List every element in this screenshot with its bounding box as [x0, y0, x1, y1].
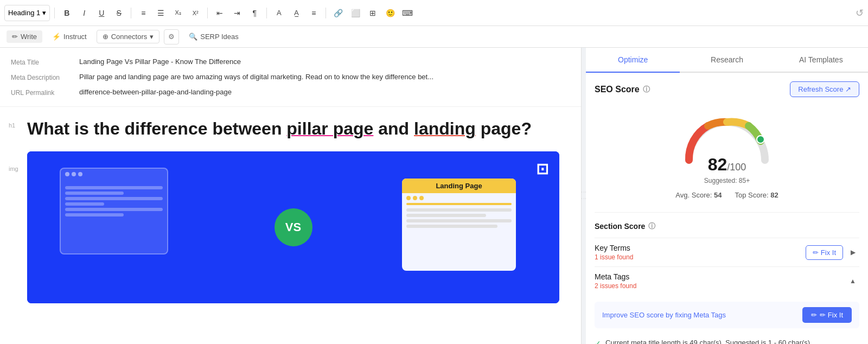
meta-url-value[interactable]: difference-between-pillar-page-and-landi… [79, 88, 570, 96]
fix-it-icon: ✏ [811, 311, 817, 319]
meta-url-label: URL Permalink [11, 88, 71, 97]
ydot3 [419, 196, 424, 200]
improve-text: Improve SEO score by fixing Meta Tags [602, 311, 726, 319]
right-panel: Optimize Research AI Templates SEO Score… [586, 48, 868, 344]
line1 [65, 186, 163, 189]
seo-score-title-text: SEO Score [595, 85, 640, 94]
dot1 [65, 172, 69, 176]
img-label: img [9, 165, 18, 172]
gauge-container: 82/100 Suggested: 85+ Avg. Score: 54 Top… [595, 106, 859, 208]
key-terms-fix-label: ✏ Fix It [813, 249, 836, 257]
serp-ideas-button[interactable]: 🔍 SERP Ideas [183, 30, 244, 43]
browser-lines [61, 180, 167, 223]
meta-tags-header: Meta Tags 2 issues found ▲ [595, 266, 859, 295]
key-terms-fix-button[interactable]: ✏ Fix It [806, 245, 843, 260]
vs-text: VS [285, 220, 301, 234]
ydot2 [413, 196, 417, 200]
score-number: 82 [708, 155, 727, 174]
title-part2: and [373, 119, 414, 138]
link-button[interactable]: 🔗 [330, 5, 346, 21]
instruct-label: Instruct [63, 33, 87, 41]
svg-point-0 [757, 136, 764, 143]
settings-icon: ⚙ [168, 33, 175, 41]
refresh-score-button[interactable]: Refresh Score ↗ [790, 81, 859, 97]
key-terms-label: Key Terms [595, 244, 633, 252]
check-text-1: Current meta title length is 49 char(s).… [605, 339, 810, 344]
meta-tags-chevron[interactable]: ▲ [846, 275, 859, 288]
key-terms-left: Key Terms 1 issue found [595, 244, 633, 261]
rline4 [406, 225, 497, 228]
browser-right-dots [402, 193, 516, 203]
heading-select-chevron: ▾ [42, 9, 46, 17]
browser-right: Landing Page [402, 179, 516, 271]
toolbar-divider-1 [54, 8, 55, 18]
check-icon-1: ✓ [595, 339, 601, 344]
section-score-info-icon[interactable]: ⓘ [648, 221, 655, 231]
editor-content[interactable]: h1 What is the difference between pillar… [0, 107, 581, 314]
panel-tabs: Optimize Research AI Templates [586, 48, 868, 73]
top-value: 82 [770, 191, 778, 199]
image-button[interactable]: ⬜ [348, 5, 363, 21]
editor-area[interactable]: Meta Title Landing Page Vs Pillar Page -… [0, 48, 582, 344]
seo-score-info-icon[interactable]: ⓘ [643, 85, 650, 94]
italic-button[interactable]: I [76, 5, 92, 21]
meta-tags-fix-label: ✏ Fix It [820, 311, 843, 319]
subscript-button[interactable]: X₂ [170, 5, 186, 21]
connectors-button[interactable]: ⊕ Connectors ▾ [97, 30, 159, 43]
align-button[interactable]: ≡ [306, 5, 321, 21]
meta-tags-label: Meta Tags [595, 272, 636, 281]
avg-value: 54 [714, 191, 722, 199]
settings-button[interactable]: ⚙ [164, 29, 179, 44]
key-terms-issue: 1 issue found [595, 253, 633, 261]
indent-right-button[interactable]: ⇥ [229, 5, 245, 21]
connectors-label: Connectors [111, 33, 147, 41]
underline-button[interactable]: U [94, 5, 109, 21]
meta-tags-fix-button[interactable]: ✏ ✏ Fix It [802, 307, 852, 323]
rline3 [406, 219, 512, 222]
code-button[interactable]: ⌨ [400, 5, 415, 21]
title-highlight2: landing [414, 119, 476, 138]
ordered-list-button[interactable]: ≡ [136, 5, 151, 21]
article-title[interactable]: What is the difference between pillar pa… [27, 118, 559, 141]
tab-ai-templates[interactable]: AI Templates [774, 48, 868, 73]
key-terms-chevron[interactable]: ▶ [846, 246, 859, 259]
improve-banner: Improve SEO score by fixing Meta Tags ✏ … [595, 302, 859, 328]
tab-research[interactable]: Research [680, 48, 774, 73]
write-label: Write [21, 33, 37, 41]
tab-optimize[interactable]: Optimize [586, 48, 680, 73]
heading-select-label: Heading 1 [8, 9, 40, 17]
font-color-button[interactable]: A [271, 5, 286, 21]
highlight-button[interactable]: A̲ [289, 5, 304, 21]
instruct-button[interactable]: ⚡ Instruct [47, 30, 92, 43]
brand-icon: ⊡ [536, 160, 548, 178]
toolbar-divider-5 [326, 8, 326, 18]
key-terms-row: Key Terms 1 issue found ✏ Fix It ▶ [595, 238, 859, 266]
line2 [65, 192, 124, 195]
title-part3: page? [476, 119, 532, 138]
indent-left-button[interactable]: ⇤ [212, 5, 227, 21]
paragraph-button[interactable]: ¶ [247, 5, 262, 21]
unordered-list-button[interactable]: ☰ [153, 5, 168, 21]
instruct-icon: ⚡ [52, 33, 61, 41]
score-stats: Avg. Score: 54 Top Score: 82 [675, 191, 778, 199]
meta-desc-row: Meta Description Pillar page and landing… [11, 69, 570, 85]
toolbar-divider-2 [131, 8, 131, 18]
heading-select[interactable]: Heading 1 ▾ [4, 5, 50, 21]
history-icon[interactable]: ↺ [856, 7, 864, 19]
emoji-button[interactable]: 🙂 [382, 5, 398, 21]
right-title-bar [406, 203, 512, 205]
line4 [65, 202, 104, 206]
superscript-button[interactable]: X² [188, 5, 203, 21]
bold-button[interactable]: B [59, 5, 74, 21]
landing-page-label: Landing Page [402, 179, 516, 193]
meta-title-value[interactable]: Landing Page Vs Pillar Page - Know The D… [79, 58, 570, 66]
resize-handle[interactable]: ⋮⋮ [582, 48, 586, 344]
strikethrough-button[interactable]: S [111, 5, 126, 21]
avg-label: Avg. Score: [675, 191, 712, 199]
write-button[interactable]: ✏ Write [7, 30, 42, 43]
meta-desc-value[interactable]: Pillar page and landing page are two ama… [79, 73, 570, 81]
table-button[interactable]: ⊞ [365, 5, 380, 21]
meta-tags-body: Improve SEO score by fixing Meta Tags ✏ … [595, 295, 859, 344]
serp-icon: 🔍 [189, 33, 197, 41]
write-icon: ✏ [12, 33, 18, 41]
